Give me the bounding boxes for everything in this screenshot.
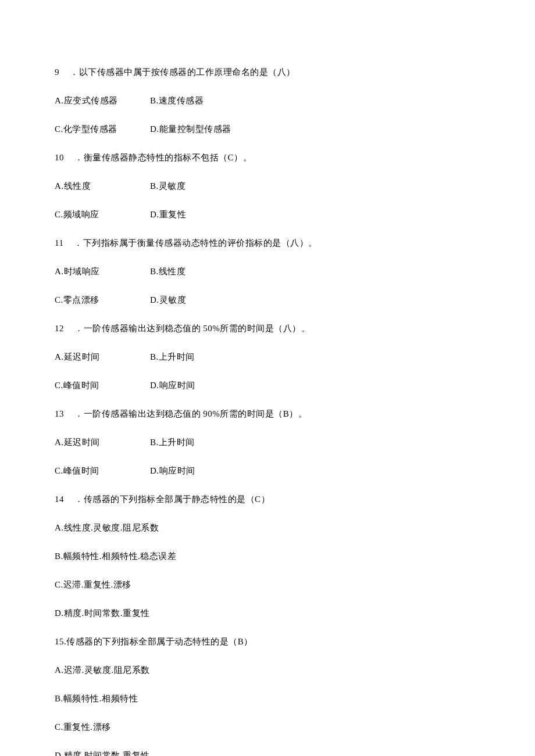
option-row: C.化学型传感器 D.能量控制型传感器 — [55, 123, 480, 135]
question-stem: 9．以下传感器中属于按传感器的工作原理命名的是（八） — [55, 66, 480, 78]
question-dot: ． — [74, 495, 84, 504]
question-stem: 10．衡量传感器静态特性的指标不包括（C）。 — [55, 152, 480, 164]
question-dot: ． — [74, 409, 84, 418]
option-a: A.应变式传感器 — [55, 95, 150, 107]
option-b: B.灵敏度 — [150, 180, 186, 192]
option-b: B.幅频特性.相频特性 — [55, 693, 480, 705]
option-row: C.峰值时间 D.响应时间 — [55, 465, 480, 477]
option-a: A.延迟时间 — [55, 351, 150, 363]
option-row: C.频域响应 D.重复性 — [55, 209, 480, 221]
option-c: C.迟滞.重复性.漂移 — [55, 579, 480, 591]
question-stem: 14．传感器的下列指标全部属于静态特性的是（C） — [55, 493, 480, 506]
question-number: 11 — [55, 237, 63, 249]
option-d: D.精度.时间常数.重复性 — [55, 750, 480, 756]
question-number: 14 — [55, 493, 64, 506]
question-dot: ． — [74, 238, 83, 248]
option-d: D.响应时间 — [150, 465, 195, 477]
option-row: C.零点漂移 D.灵敏度 — [55, 294, 480, 306]
question-dot: ． — [70, 67, 79, 77]
option-c: C.化学型传感器 — [55, 123, 150, 135]
question-stem: 12．一阶传感器输出达到稳态值的 50%所需的时间是（八）。 — [55, 323, 480, 335]
option-c: C.零点漂移 — [55, 294, 150, 306]
option-b: B.线性度 — [150, 266, 186, 278]
question-number: 10 — [55, 152, 64, 164]
option-row: A.应变式传感器 B.速度传感器 — [55, 95, 480, 107]
question-number: 9 — [55, 66, 59, 78]
question-text: 一阶传感器输出达到稳态值的 50%所需的时间是（八）。 — [84, 324, 311, 333]
option-a: A.延迟时间 — [55, 436, 150, 449]
option-row: C.峰值时间 D.响应时间 — [55, 379, 480, 392]
question-text: 一阶传感器输出达到稳态值的 90%所需的时间是（B）。 — [84, 409, 308, 418]
question-text: 下列指标属于衡量传感器动态特性的评价指标的是（八）。 — [83, 238, 318, 248]
question-dot: ． — [74, 153, 84, 162]
option-b: B.上升时间 — [150, 436, 195, 449]
question-dot: ． — [74, 324, 84, 333]
question-text: 衡量传感器静态特性的指标不包括（C）。 — [84, 153, 252, 162]
option-b: B.速度传感器 — [150, 95, 204, 107]
option-a: A.时域响应 — [55, 266, 150, 278]
option-row: A.延迟时间 B.上升时间 — [55, 436, 480, 449]
question-text: 传感器的下列指标全部属于静态特性的是（C） — [84, 495, 270, 504]
question-text: 以下传感器中属于按传感器的工作原理命名的是（八） — [79, 67, 295, 77]
option-c: C.峰值时间 — [55, 379, 150, 392]
option-a: A.线性度 — [55, 180, 150, 192]
option-d: D.能量控制型传感器 — [150, 123, 231, 135]
option-b: B.幅频特性.相频特性.稳态误差 — [55, 550, 480, 562]
question-number: 12 — [55, 323, 64, 335]
option-row: A.线性度 B.灵敏度 — [55, 180, 480, 192]
question-stem: 15.传感器的下列指标全部属于动态特性的是（B） — [55, 636, 480, 648]
option-d: D.精度.时间常数.重复性 — [55, 607, 480, 619]
option-c: C.频域响应 — [55, 209, 150, 221]
option-d: D.灵敏度 — [150, 294, 186, 306]
option-d: D.重复性 — [150, 209, 186, 221]
option-row: A.时域响应 B.线性度 — [55, 266, 480, 278]
option-c: C.峰值时间 — [55, 465, 150, 477]
question-number: 13 — [55, 408, 64, 420]
document-page: 9．以下传感器中属于按传感器的工作原理命名的是（八） A.应变式传感器 B.速度… — [0, 0, 535, 756]
option-b: B.上升时间 — [150, 351, 195, 363]
option-d: D.响应时间 — [150, 379, 195, 392]
option-c: C.重复性.漂移 — [55, 721, 480, 733]
question-stem: 11．下列指标属于衡量传感器动态特性的评价指标的是（八）。 — [55, 237, 480, 249]
option-a: A.线性度.灵敏度.阻尼系数 — [55, 522, 480, 534]
option-a: A.迟滞.灵敏度.阻尼系数 — [55, 664, 480, 676]
question-stem: 13．一阶传感器输出达到稳态值的 90%所需的时间是（B）。 — [55, 408, 480, 420]
option-row: A.延迟时间 B.上升时间 — [55, 351, 480, 363]
